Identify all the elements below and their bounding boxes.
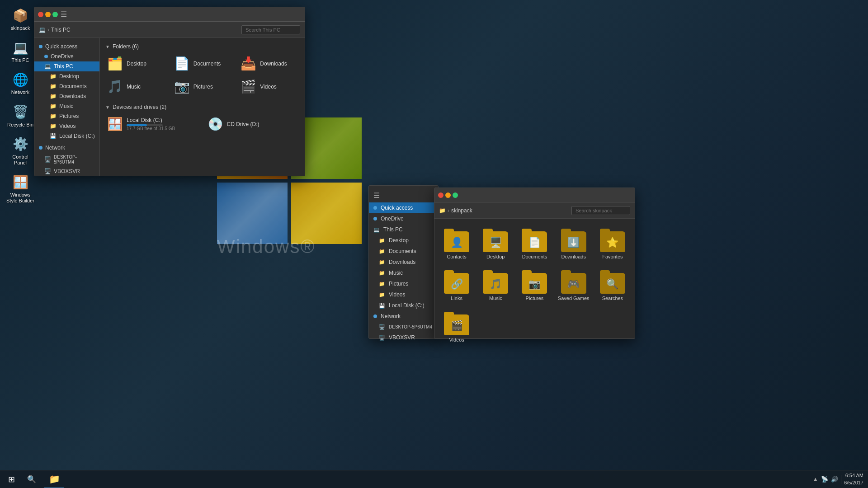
volume-tray-icon[interactable]: 🔊 xyxy=(831,476,838,483)
desktop-machine-sub-icon: 🖥️ xyxy=(379,324,385,330)
nav-item-local-disk-sub[interactable]: 💾 Local Disk (C:) xyxy=(369,300,438,311)
nav-item-desktop-machine-sub[interactable]: 🖥️ DESKTOP-5P6UTM4 xyxy=(369,322,438,332)
sidebar-item-local-disk[interactable]: 💾 Local Disk (C:) xyxy=(34,131,99,141)
folders-section-title: Folders (6) xyxy=(113,43,139,50)
nav-label-vboxsvr-sub: VBOXSVR xyxy=(389,334,415,341)
nav-hamburger-icon[interactable]: ☰ xyxy=(369,188,438,202)
drive-cd[interactable]: 💿 CD Drive (D:) xyxy=(204,114,302,134)
sidebar-item-desktop[interactable]: 📁 Desktop xyxy=(34,71,99,81)
sidebar-item-onedrive[interactable]: OneDrive xyxy=(34,52,99,61)
this-pc-icon: 💻 xyxy=(11,38,29,56)
folder-documents[interactable]: 📄 Documents xyxy=(170,53,235,74)
desktop-icon-this-pc[interactable]: 💻 This PC xyxy=(5,37,36,65)
drive-local-disk[interactable]: 🪟 Local Disk (C:) 17.7 GB free of 31.5 G… xyxy=(104,114,201,134)
folder-item-documents-sk[interactable]: 📄 Documents xyxy=(517,223,552,261)
nav-item-this-pc[interactable]: 💻 This PC xyxy=(369,224,438,235)
skinpack-close-button[interactable] xyxy=(438,192,443,198)
favorites-sk-icon-wrap: ⭐ xyxy=(599,225,626,252)
nav-item-pictures-sub[interactable]: 📁 Pictures xyxy=(369,278,438,289)
system-clock[interactable]: 6:54 AM 6/5/2017 xyxy=(844,472,863,486)
search-input-skinpack[interactable] xyxy=(571,206,630,215)
desktop-icon-wsb[interactable]: 🪟 Windows Style Builder xyxy=(5,171,36,206)
tray-chevron-icon[interactable]: ▲ xyxy=(812,476,818,483)
folder-item-searches-sk[interactable]: 🔍 Searches xyxy=(595,265,630,303)
nav-item-music-sub[interactable]: 📁 Music xyxy=(369,267,438,278)
folder-item-pictures-sk[interactable]: 📷 Pictures xyxy=(517,265,552,303)
folder-desktop[interactable]: 🗂️ Desktop xyxy=(104,53,168,74)
music-sk-label: Music xyxy=(489,296,502,301)
network-tray-icon[interactable]: 📡 xyxy=(821,476,828,483)
contacts-label: Contacts xyxy=(447,254,466,259)
folder-videos[interactable]: 🎬 Videos xyxy=(237,76,301,97)
downloads-sub-icon: 📁 xyxy=(379,259,385,265)
sidebar-item-downloads[interactable]: 📁 Downloads xyxy=(34,91,99,101)
sidebar-label-desktop-machine: DESKTOP-5P6UTM4 xyxy=(54,155,95,164)
downloads-folder-icon: 📁 xyxy=(50,93,57,99)
links-sk-inner-icon: 🔗 xyxy=(451,278,463,290)
folder-item-favorites-sk[interactable]: ⭐ Favorites xyxy=(595,223,630,261)
desktop-icon-network[interactable]: 🌐 Network xyxy=(5,69,36,97)
nav-item-onedrive[interactable]: OneDrive xyxy=(369,213,438,224)
breadcrumb-skinpack-text[interactable]: skinpack xyxy=(451,207,472,214)
maximize-button[interactable] xyxy=(52,12,58,17)
sidebar-item-pictures[interactable]: 📁 Pictures xyxy=(34,111,99,121)
desktop-sk-inner-icon: 🖥️ xyxy=(490,237,502,249)
folder-item-downloads-sk[interactable]: ⬇️ Downloads xyxy=(556,223,591,261)
links-sk-label: Links xyxy=(451,296,462,301)
folder-item-contacts[interactable]: 👤 Contacts xyxy=(439,223,474,261)
folder-music[interactable]: 🎵 Music xyxy=(104,76,168,97)
folder-downloads[interactable]: 📥 Downloads xyxy=(237,53,301,74)
network-label: Network xyxy=(11,89,29,95)
sidebar-item-videos[interactable]: 📁 Videos xyxy=(34,121,99,131)
wsb-icon: 🪟 xyxy=(11,173,29,191)
taskbar-search-button[interactable]: 🔍 xyxy=(23,470,41,488)
sidebar-item-vboxsvr[interactable]: 🖥️ VBOXSVR xyxy=(34,166,99,176)
minimize-button[interactable] xyxy=(45,12,51,17)
folder-item-saved-games-sk[interactable]: 🎮 Saved Games xyxy=(556,265,591,303)
pictures-folder-icon-main: 📷 xyxy=(174,79,190,94)
breadcrumb-this-pc[interactable]: This PC xyxy=(51,27,71,33)
folder-item-videos-sk[interactable]: 🎬 Videos xyxy=(439,306,474,344)
favorites-sk-label: Favorites xyxy=(602,254,623,259)
nav-item-documents-sub[interactable]: 📁 Documents xyxy=(369,246,438,257)
nav-item-vboxsvr-sub[interactable]: 🖥️ VBOXSVR xyxy=(369,332,438,343)
start-button[interactable]: ⊞ xyxy=(0,470,23,488)
downloads-sk-inner-icon: ⬇️ xyxy=(567,237,580,249)
videos-sub-icon: 📁 xyxy=(379,292,385,298)
skinpack-maximize-button[interactable] xyxy=(453,192,458,198)
folder-pictures[interactable]: 📷 Pictures xyxy=(170,76,235,97)
skinpack-minimize-button[interactable] xyxy=(445,192,451,198)
folder-item-links-sk[interactable]: 🔗 Links xyxy=(439,265,474,303)
hamburger-icon[interactable]: ☰ xyxy=(61,10,67,19)
sidebar-label-local-disk: Local Disk (C:) xyxy=(59,133,95,139)
desktop-icon-control-panel[interactable]: ⚙️ Control Panel xyxy=(5,133,36,168)
explorer-window-skinpack: 📁 › skinpack 👤 Contacts 🖥️ Desktop xyxy=(434,188,635,339)
documents-folder-name: Documents xyxy=(193,61,221,67)
close-button[interactable] xyxy=(38,12,43,17)
nav-item-quick-access[interactable]: Quick access xyxy=(369,202,438,213)
sidebar-item-desktop-machine[interactable]: 🖥️ DESKTOP-5P6UTM4 xyxy=(34,153,99,166)
nav-item-videos-sub[interactable]: 📁 Videos xyxy=(369,289,438,300)
search-input-this-pc[interactable] xyxy=(241,25,300,34)
sidebar-item-documents[interactable]: 📁 Documents xyxy=(34,81,99,91)
folder-item-music-sk[interactable]: 🎵 Music xyxy=(478,265,513,303)
folder-item-desktop-sk[interactable]: 🖥️ Desktop xyxy=(478,223,513,261)
windows-drive-icon: 🪟 xyxy=(107,117,123,131)
nav-item-network-sub[interactable]: Network xyxy=(369,311,438,322)
sidebar-item-quick-access[interactable]: Quick access xyxy=(34,42,99,52)
drives-section-title: Devices and drives (2) xyxy=(113,104,166,110)
taskbar-app-file-explorer[interactable]: 📁 xyxy=(44,470,64,488)
sidebar-item-network[interactable]: Network xyxy=(34,143,99,153)
desktop-icon-skinpack[interactable]: 📦 skinpack xyxy=(5,5,36,33)
sidebar-item-this-pc[interactable]: 💻 This PC xyxy=(34,61,99,71)
nav-item-downloads-sub[interactable]: 📁 Downloads xyxy=(369,257,438,267)
breadcrumb-skinpack: 📁 › skinpack xyxy=(439,207,568,214)
nav-item-desktop-sub[interactable]: 📁 Desktop xyxy=(369,235,438,246)
sidebar-item-music[interactable]: 📁 Music xyxy=(34,101,99,111)
toolbar-skinpack: 📁 › skinpack xyxy=(434,202,635,219)
desktop-folder-icon-main: 🗂️ xyxy=(107,56,123,71)
sidebar-label-onedrive: OneDrive xyxy=(51,53,74,60)
breadcrumb-pc-icon: 💻 xyxy=(39,27,46,33)
desktop-icon-recycle-bin[interactable]: 🗑️ Recycle Bin xyxy=(5,101,36,130)
nav-label-desktop-sub: Desktop xyxy=(389,237,409,244)
